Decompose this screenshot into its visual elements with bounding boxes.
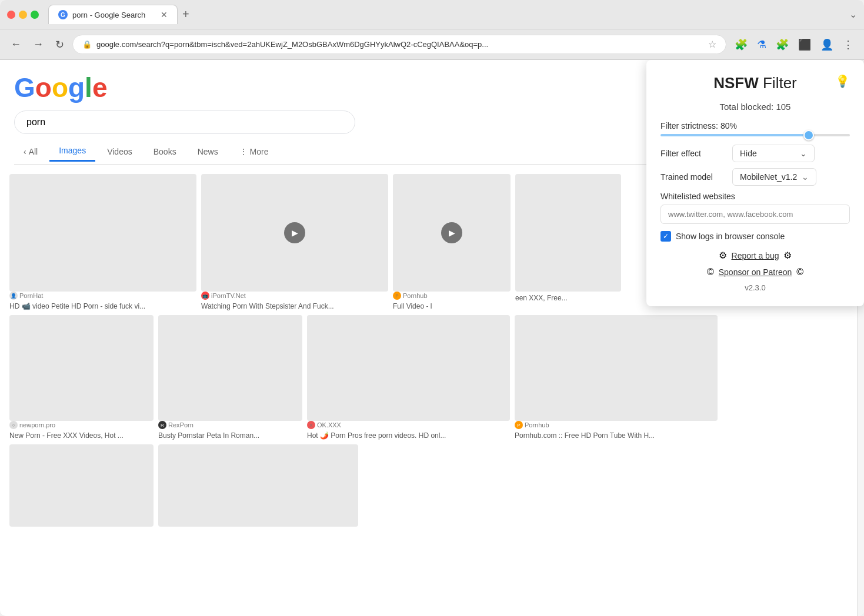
filter-icon[interactable]: ⚗ bbox=[753, 35, 770, 55]
extensions-icon[interactable]: 🧩 bbox=[731, 35, 751, 55]
traffic-lights bbox=[7, 11, 39, 19]
image-item[interactable]: ▶ 📺 iPornTV.Net Watching Porn With Steps… bbox=[201, 174, 388, 310]
filter-strictness-section: Filter strictness: 80% bbox=[660, 121, 850, 136]
patreon-icon-left: © bbox=[707, 267, 714, 277]
logo-l: l bbox=[85, 72, 92, 103]
image-item[interactable]: 👤 PornHat HD 📹 video Petite HD Porn - si… bbox=[9, 174, 196, 310]
nav-bar: ← → ↻ 🔒 google.com/search?q=porn&tbm=isc… bbox=[0, 29, 864, 60]
show-logs-checkbox[interactable] bbox=[660, 231, 671, 242]
image-thumbnail bbox=[9, 315, 154, 421]
image-item[interactable]: een XXX, Free... bbox=[515, 174, 621, 310]
new-tab-button[interactable]: + bbox=[178, 5, 194, 24]
whitelist-input[interactable] bbox=[660, 205, 850, 224]
image-item[interactable]: ▶ P Pornhub Full Video - l bbox=[393, 174, 511, 310]
report-bug-link[interactable]: Report a bug bbox=[732, 251, 779, 260]
tab-more[interactable]: ⋮ More bbox=[230, 142, 278, 161]
play-icon: ▶ bbox=[284, 222, 305, 243]
tab-bar: G porn - Google Search ✕ + bbox=[48, 5, 845, 24]
source-icon: X bbox=[307, 421, 315, 429]
image-thumbnail bbox=[158, 444, 358, 527]
whitelist-label: Whitelisted websites bbox=[660, 192, 850, 201]
patreon-icon-right: © bbox=[796, 267, 803, 277]
source-icon: P bbox=[515, 421, 523, 429]
image-item[interactable]: R RexPorn Busty Pornstar Peta In Roman..… bbox=[158, 315, 302, 440]
logo-e: e bbox=[92, 72, 108, 103]
chevron-down-icon-2: ⌄ bbox=[802, 172, 809, 182]
image-source: ○ newporn.pro bbox=[9, 421, 154, 429]
address-bar[interactable]: 🔒 google.com/search?q=porn&tbm=isch&ved=… bbox=[72, 35, 726, 54]
active-tab[interactable]: G porn - Google Search ✕ bbox=[48, 5, 178, 24]
image-thumbnail bbox=[307, 315, 510, 421]
source-icon: ○ bbox=[9, 421, 18, 429]
filter-effect-value: Hide bbox=[740, 149, 757, 158]
image-item[interactable] bbox=[9, 444, 154, 527]
image-item[interactable] bbox=[158, 444, 358, 527]
back-button[interactable]: ← bbox=[7, 35, 25, 54]
puzzle-icon[interactable]: 🧩 bbox=[772, 35, 792, 55]
source-icon: R bbox=[158, 421, 166, 429]
play-icon: ▶ bbox=[441, 222, 462, 243]
image-thumbnail bbox=[9, 444, 154, 527]
image-label: een XXX, Free... bbox=[515, 294, 621, 302]
nsfw-filter-popup: NSFW Filter 💡 Total blocked: 105 Filter … bbox=[646, 60, 864, 306]
browser-window: G porn - Google Search ✕ + ⌄ ← → ↻ 🔒 goo… bbox=[0, 0, 864, 616]
image-item[interactable]: ○ newporn.pro New Porn - Free XXX Videos… bbox=[9, 315, 154, 440]
source-icon: P bbox=[393, 292, 401, 300]
title-bar: G porn - Google Search ✕ + ⌄ bbox=[0, 0, 864, 29]
filter-effect-label: Filter effect bbox=[660, 149, 725, 158]
image-thumbnail: ▶ bbox=[201, 174, 388, 292]
popup-title: NSFW Filter bbox=[713, 74, 797, 92]
tab-images[interactable]: Images bbox=[49, 141, 95, 162]
filter-effect-select[interactable]: Hide ⌄ bbox=[732, 145, 815, 162]
image-label: Watching Porn With Stepsister And Fuck..… bbox=[201, 302, 388, 310]
bug-icon-right: ⚙ bbox=[783, 250, 792, 261]
image-label: Hot 🌶️ Porn Pros free porn videos. HD on… bbox=[307, 431, 510, 440]
logo-o2: o bbox=[52, 72, 68, 103]
monitor-icon[interactable]: ⬛ bbox=[795, 35, 815, 55]
reload-button[interactable]: ↻ bbox=[52, 35, 68, 55]
image-source: X OK.XXX bbox=[307, 421, 510, 429]
search-input[interactable]: porn bbox=[14, 111, 355, 134]
source-icon: 👤 bbox=[9, 292, 18, 300]
show-logs-label: Show logs in browser console bbox=[676, 232, 785, 241]
profile-icon[interactable]: 👤 bbox=[817, 35, 837, 55]
image-source: 👤 PornHat bbox=[9, 292, 196, 300]
image-item[interactable]: P Pornhub Pornhub.com :: Free HD Porn Tu… bbox=[515, 315, 718, 440]
strictness-slider[interactable] bbox=[660, 134, 850, 136]
show-logs-row: Show logs in browser console bbox=[660, 231, 850, 242]
image-item[interactable]: X OK.XXX Hot 🌶️ Porn Pros free porn vide… bbox=[307, 315, 510, 440]
page-content: G o o g l e porn Sign in ‹ All Images bbox=[0, 60, 864, 616]
image-label: Full Video - l bbox=[393, 302, 511, 310]
image-row-2: ○ newporn.pro New Porn - Free XXX Videos… bbox=[0, 310, 857, 440]
logo-g: G bbox=[14, 72, 35, 103]
maximize-button[interactable] bbox=[31, 11, 39, 19]
forward-button[interactable]: → bbox=[29, 35, 47, 54]
image-thumbnail bbox=[9, 174, 196, 292]
trained-model-select[interactable]: MobileNet_v1.2 ⌄ bbox=[732, 168, 816, 186]
trained-model-label: Trained model bbox=[660, 172, 725, 182]
sponsor-link[interactable]: Sponsor on Patreon bbox=[719, 267, 792, 277]
minimize-button[interactable] bbox=[19, 11, 27, 19]
image-row-3 bbox=[0, 440, 857, 527]
tab-videos[interactable]: Videos bbox=[98, 142, 142, 161]
menu-icon[interactable]: ⋮ bbox=[839, 35, 857, 55]
tab-books[interactable]: Books bbox=[144, 142, 186, 161]
image-thumbnail bbox=[158, 315, 302, 421]
tab-close-button[interactable]: ✕ bbox=[161, 10, 168, 19]
address-text: google.com/search?q=porn&tbm=isch&ved=2a… bbox=[96, 40, 703, 49]
image-source: P Pornhub bbox=[515, 421, 718, 429]
image-thumbnail: ▶ bbox=[393, 174, 511, 292]
filter-effect-row: Filter effect Hide ⌄ bbox=[660, 145, 850, 162]
slider-container bbox=[660, 134, 850, 136]
tab-news[interactable]: News bbox=[188, 142, 228, 161]
image-source: 📺 iPornTV.Net bbox=[201, 292, 388, 300]
lock-icon: 🔒 bbox=[82, 40, 92, 49]
image-label: Busty Pornstar Peta In Roman... bbox=[158, 431, 302, 440]
tab-all[interactable]: ‹ All bbox=[14, 142, 47, 161]
trained-model-value: MobileNet_v1.2 bbox=[740, 172, 797, 182]
popup-sponsor: © Sponsor on Patreon © bbox=[660, 267, 850, 277]
whitelist-section: Whitelisted websites bbox=[660, 192, 850, 224]
lightbulb-icon[interactable]: 💡 bbox=[835, 74, 850, 88]
close-button[interactable] bbox=[7, 11, 15, 19]
total-blocked-label: Total blocked: 105 bbox=[660, 102, 850, 112]
